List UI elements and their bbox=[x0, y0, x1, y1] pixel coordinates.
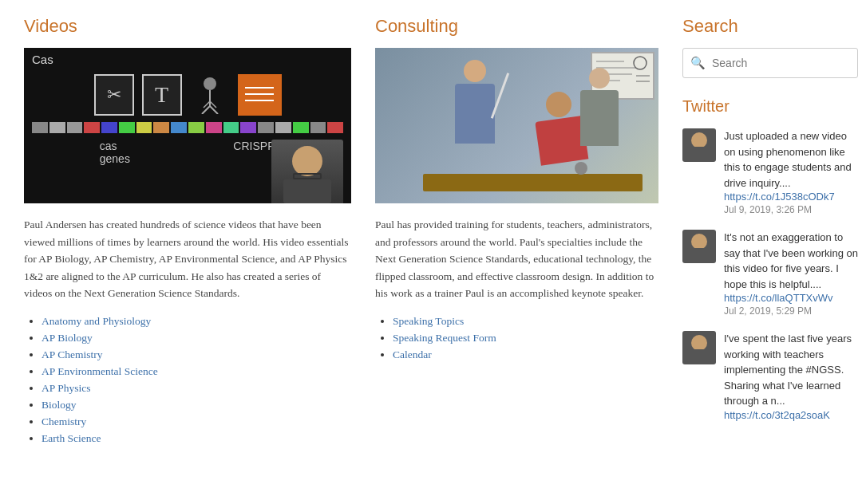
list-item: Anatomy and Physiology bbox=[42, 315, 351, 328]
ap-physics-link[interactable]: AP Physics bbox=[42, 382, 90, 394]
list-item: AP Physics bbox=[42, 382, 351, 395]
video-crispr-label: CRISPR bbox=[233, 140, 275, 165]
anatomy-physiology-link[interactable]: Anatomy and Physiology bbox=[42, 315, 151, 327]
tweet-item-2: It's not an exaggeration to say that I'v… bbox=[682, 230, 858, 317]
tweet-avatar-body-3 bbox=[687, 349, 711, 362]
video-icon-phage bbox=[190, 74, 230, 116]
consult-person3 bbox=[580, 68, 619, 146]
list-item: Chemistry bbox=[42, 415, 351, 428]
svg-point-0 bbox=[204, 77, 216, 90]
search-column: Search 🔍 Twitter Just uploaded a new vid… bbox=[682, 16, 858, 449]
videos-link-list: Anatomy and Physiology AP Biology AP Che… bbox=[24, 315, 351, 445]
list-item: AP Biology bbox=[42, 332, 351, 345]
consulting-title: Consulting bbox=[375, 16, 658, 37]
speaking-request-form-link[interactable]: Speaking Request Form bbox=[393, 332, 496, 344]
search-title: Search bbox=[682, 16, 858, 37]
earth-science-link[interactable]: Earth Science bbox=[42, 432, 101, 444]
calendar-link[interactable]: Calendar bbox=[393, 348, 432, 360]
biology-link[interactable]: Biology bbox=[42, 399, 77, 411]
video-presenter-avatar bbox=[271, 140, 343, 203]
tweet-link-2[interactable]: https://t.co/llaQTTXvWv bbox=[724, 292, 858, 304]
video-thumbnail[interactable]: Cas ✂ T bbox=[24, 48, 351, 203]
tweet-date-2: Jul 2, 2019, 5:29 PM bbox=[724, 305, 858, 317]
svg-point-13 bbox=[634, 57, 646, 69]
twitter-title: Twitter bbox=[682, 97, 858, 116]
consult-scene bbox=[375, 48, 658, 203]
ap-environmental-science-link[interactable]: AP Environmental Science bbox=[42, 365, 158, 377]
video-icon-t: T bbox=[142, 74, 182, 116]
consulting-description: Paul has provided training for students,… bbox=[375, 216, 658, 302]
consulting-image bbox=[375, 48, 658, 203]
consult-person1 bbox=[455, 60, 495, 144]
tweet-link-1[interactable]: https://t.co/1J538cODk7 bbox=[724, 191, 858, 203]
search-box-wrapper: 🔍 bbox=[682, 48, 858, 78]
videos-column: Videos Cas ✂ T bbox=[24, 16, 351, 449]
tweet-avatar-body-2 bbox=[687, 248, 711, 261]
tweet-text-1: Just uploaded a new video on using pheno… bbox=[724, 130, 852, 189]
cup-on-table bbox=[575, 162, 587, 175]
tweet-item-3: I've spent the last five years working w… bbox=[682, 331, 858, 421]
list-item: AP Chemistry bbox=[42, 348, 351, 361]
search-icon: 🔍 bbox=[690, 56, 706, 70]
list-item: Calendar bbox=[393, 348, 658, 361]
tweet-avatar-head-3 bbox=[691, 335, 707, 351]
video-icons-row: ✂ T bbox=[86, 71, 290, 119]
video-presenter-body bbox=[283, 179, 331, 203]
videos-title: Videos bbox=[24, 16, 351, 37]
tweet-text-3: I've spent the last five years working w… bbox=[724, 333, 852, 407]
tweet-content-3: I've spent the last five years working w… bbox=[724, 331, 858, 421]
video-inner: Cas ✂ T bbox=[24, 48, 351, 203]
svg-line-2 bbox=[202, 106, 210, 114]
consult-table bbox=[423, 174, 643, 191]
video-top-label: Cas bbox=[24, 48, 351, 71]
tweet-avatar-head-1 bbox=[691, 132, 707, 148]
search-input[interactable] bbox=[682, 48, 858, 78]
ap-biology-link[interactable]: AP Biology bbox=[42, 332, 93, 344]
consult-person2 bbox=[535, 92, 583, 163]
video-icon-scissors: ✂ bbox=[94, 74, 134, 116]
tweet-item-1: Just uploaded a new video on using pheno… bbox=[682, 128, 858, 215]
tweet-avatar-3 bbox=[682, 331, 716, 364]
page-container: Videos Cas ✂ T bbox=[0, 0, 862, 465]
tweet-content-1: Just uploaded a new video on using pheno… bbox=[724, 128, 858, 215]
tweet-avatar-2 bbox=[682, 230, 716, 263]
list-item: Biology bbox=[42, 399, 351, 411]
consulting-column: Consulting bbox=[375, 16, 658, 449]
list-item: AP Environmental Science bbox=[42, 365, 351, 378]
ap-chemistry-link[interactable]: AP Chemistry bbox=[42, 348, 102, 360]
videos-description: Paul Andersen has created hundreds of sc… bbox=[24, 216, 351, 302]
tweet-text-2: It's not an exaggeration to say that I'v… bbox=[724, 231, 858, 290]
tweet-link-3[interactable]: https://t.co/3t2qa2soaK bbox=[724, 409, 858, 421]
chemistry-link[interactable]: Chemistry bbox=[42, 415, 86, 427]
video-dna-row bbox=[24, 119, 351, 136]
speaking-topics-link[interactable]: Speaking Topics bbox=[393, 315, 464, 327]
tweet-date-1: Jul 9, 2019, 3:26 PM bbox=[724, 204, 858, 215]
tweet-content-2: It's not an exaggeration to say that I'v… bbox=[724, 230, 858, 317]
list-item: Speaking Topics bbox=[393, 315, 658, 328]
video-presenter-head bbox=[292, 146, 322, 176]
tweet-avatar-body-1 bbox=[687, 147, 711, 159]
tweet-avatar-head-2 bbox=[691, 234, 707, 250]
video-cas-label: cas genes bbox=[100, 140, 130, 165]
list-item: Earth Science bbox=[42, 432, 351, 445]
video-orange-box bbox=[238, 74, 282, 116]
tweet-avatar-1 bbox=[682, 128, 716, 162]
consulting-link-list: Speaking Topics Speaking Request Form Ca… bbox=[375, 315, 658, 361]
list-item: Speaking Request Form bbox=[393, 332, 658, 345]
